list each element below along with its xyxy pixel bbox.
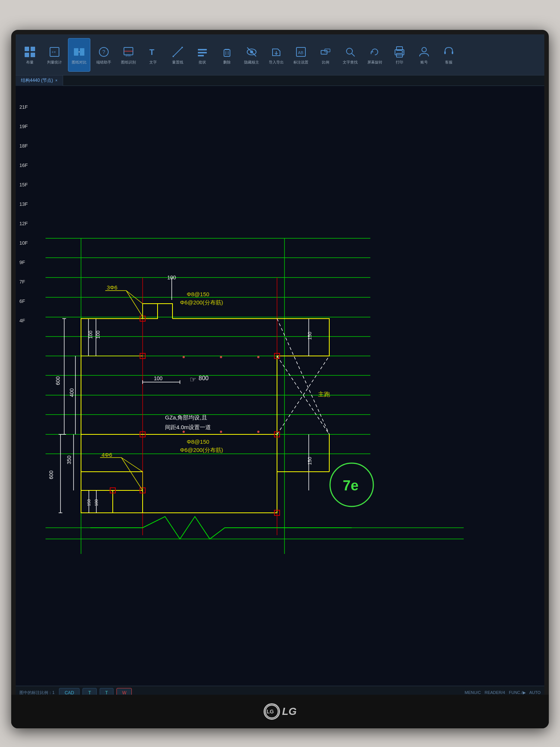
batch-icon: [196, 45, 209, 59]
toolbar-btn-service[interactable]: 客服: [438, 38, 460, 72]
svg-text:LG: LG: [267, 709, 274, 715]
rotate-icon: [368, 45, 382, 59]
svg-rect-19: [198, 52, 207, 53]
toolbar-btn-line[interactable]: 量置线: [167, 38, 189, 72]
svg-text:150: 150: [87, 499, 91, 506]
toolbar-label-bujing: 布量: [26, 60, 34, 65]
grid-icon: [23, 45, 37, 59]
toolbar-label-import: 导入导出: [269, 60, 284, 65]
toolbar: 布量 +× 判量统计: [16, 34, 544, 75]
scan-icon: 识别: [122, 45, 135, 59]
toolbar-btn-delete[interactable]: 删除: [216, 38, 238, 72]
compare-icon: [72, 45, 86, 59]
toolbar-label-search: 文字查找: [343, 60, 358, 65]
toolbar-label-delete: 删除: [223, 60, 231, 65]
help-icon: ?: [97, 45, 111, 59]
monitor: 布量 +× 判量统计: [11, 30, 549, 728]
svg-text:Φ6@200(分布筋): Φ6@200(分布筋): [180, 447, 223, 453]
calc-icon: +×: [48, 45, 61, 59]
svg-text:Φ6@200(分布筋): Φ6@200(分布筋): [180, 299, 223, 306]
toolbar-label-rotate: 屏幕旋转: [367, 60, 382, 65]
line-icon: [171, 45, 184, 59]
svg-point-79: [183, 431, 185, 433]
svg-text:AB: AB: [298, 50, 304, 55]
svg-text:识别: 识别: [125, 54, 131, 57]
svg-text:GZa,角部均设,且: GZa,角部均设,且: [165, 414, 207, 421]
svg-point-78: [257, 356, 259, 358]
toolbar-btn-scale[interactable]: 比例: [314, 38, 337, 72]
svg-text:3Φ6: 3Φ6: [107, 284, 118, 291]
svg-line-15: [173, 47, 182, 56]
toolbar-btn-help[interactable]: ? 端错助手: [93, 38, 115, 72]
svg-text:间距4.0m设置一道: 间距4.0m设置一道: [165, 424, 211, 430]
toolbar-btn-text[interactable]: T 文字: [142, 38, 164, 72]
svg-point-80: [220, 431, 222, 433]
toolbar-btn-print[interactable]: 打印: [388, 38, 411, 72]
svg-rect-3: [31, 53, 35, 57]
svg-text:800: 800: [199, 375, 209, 381]
toolbar-btn-import[interactable]: 导入导出: [265, 38, 287, 72]
cad-area: 21F 19F 18F 16F 15F 13F 12F 10F 9F 7F 6F…: [16, 86, 544, 686]
toolbar-btn-scan[interactable]: 识别 图纸识别: [117, 38, 140, 72]
toolbar-label-compare: 图纸对比: [72, 60, 87, 65]
toolbar-btn-bujing[interactable]: 布量: [19, 38, 41, 72]
svg-point-77: [220, 356, 222, 358]
svg-rect-2: [25, 53, 29, 57]
toolbar-label-line: 量置线: [172, 60, 183, 65]
svg-text:100: 100: [154, 375, 163, 381]
svg-text:100: 100: [95, 331, 101, 339]
lg-circle-icon: LG: [264, 703, 280, 720]
svg-point-38: [402, 51, 403, 53]
toolbar-btn-status[interactable]: 批状: [191, 38, 214, 72]
svg-rect-20: [198, 55, 204, 56]
svg-rect-7: [80, 48, 84, 56]
svg-rect-22: [224, 50, 230, 56]
svg-text:Φ8@150: Φ8@150: [187, 291, 209, 297]
tab-bar: 结构4440 (节点) ×: [16, 75, 544, 86]
menu-item-auto[interactable]: AUTO: [529, 690, 541, 695]
toolbar-btn-rotate[interactable]: 屏幕旋转: [364, 38, 386, 72]
toolbar-label-status: 批状: [199, 60, 206, 65]
svg-rect-1: [31, 47, 35, 51]
toolbar-btn-account[interactable]: 账号: [413, 38, 435, 72]
svg-text:100: 100: [94, 499, 99, 506]
toolbar-label-print: 打印: [396, 60, 403, 65]
svg-text:600: 600: [48, 470, 54, 479]
menu-item-menu[interactable]: MENU/C: [465, 690, 481, 695]
svg-text:4Φ6: 4Φ6: [102, 452, 112, 458]
svg-point-81: [257, 431, 259, 433]
menu-item-func[interactable]: FUNC./▶: [509, 690, 526, 695]
lg-logo: LG LG: [264, 703, 297, 720]
svg-rect-18: [198, 49, 207, 50]
text-icon: T: [146, 45, 160, 59]
tab-active[interactable]: 结构4440 (节点) ×: [16, 75, 63, 86]
toolbar-label-service: 客服: [445, 60, 452, 65]
svg-text:600: 600: [55, 376, 61, 385]
svg-rect-0: [25, 47, 29, 51]
svg-text:T: T: [149, 47, 155, 57]
toolbar-btn-hide[interactable]: 隐藏核主: [240, 38, 263, 72]
tab-title: 结构4440 (节点): [21, 77, 53, 84]
account-icon: [417, 45, 431, 59]
toolbar-btn-compare[interactable]: 图纸对比: [68, 38, 90, 72]
toolbar-label-scan: 图纸识别: [121, 60, 136, 65]
svg-text:350: 350: [66, 455, 72, 464]
toolbar-label-account: 账号: [420, 60, 428, 65]
toolbar-label-help: 端错助手: [96, 60, 111, 65]
svg-text:+×: +×: [52, 50, 56, 54]
print-icon: [393, 45, 406, 59]
screen: 布量 +× 判量统计: [16, 34, 544, 699]
scale-icon: [319, 45, 332, 59]
svg-text:?: ?: [102, 49, 105, 55]
menu-item-reader[interactable]: READER/4: [485, 690, 505, 695]
tab-close[interactable]: ×: [55, 78, 57, 83]
toolbar-btn-search[interactable]: 文字查找: [339, 38, 361, 72]
search-icon: [343, 45, 357, 59]
toolbar-label-scale: 比例: [322, 60, 329, 65]
toolbar-btn-calc[interactable]: +× 判量统计: [43, 38, 66, 72]
svg-rect-31: [321, 50, 327, 54]
delete-icon: [220, 45, 234, 59]
toolbar-btn-annotate[interactable]: AB 标注说置: [290, 38, 312, 72]
toolbar-label-calc: 判量统计: [47, 60, 62, 65]
svg-point-16: [172, 56, 174, 57]
